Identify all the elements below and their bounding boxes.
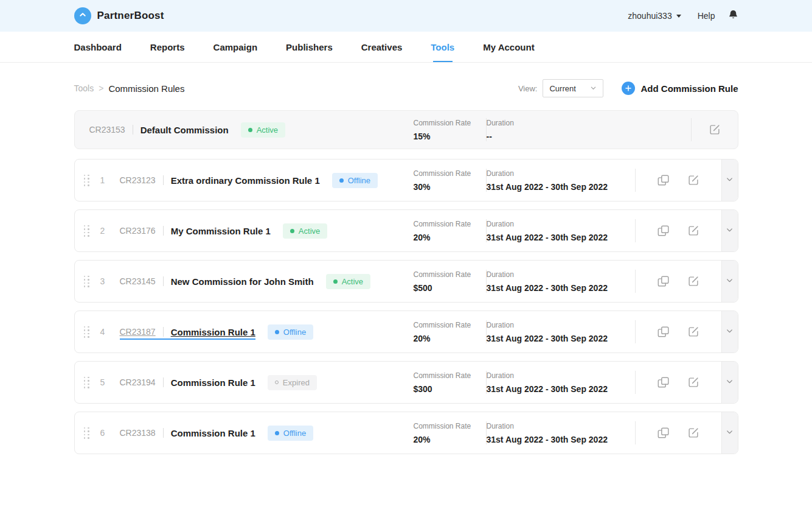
expand-chevron-button[interactable] <box>721 362 738 403</box>
duration-label: Duration <box>487 371 635 380</box>
view-select-value: Current <box>549 84 590 93</box>
edit-button[interactable] <box>687 376 700 389</box>
rule-name-link[interactable]: New Commission for John Smith <box>171 276 314 287</box>
breadcrumb-current: Commission Rules <box>108 83 184 94</box>
commission-rate-label: Commission Rate <box>414 220 486 228</box>
nav-item-reports[interactable]: Reports <box>150 32 185 62</box>
rule-title: CR23123 Extra ordinary Commission Rule 1 <box>120 175 320 186</box>
chevron-down-icon <box>726 427 734 438</box>
rule-title: CR23145 New Commission for John Smith <box>120 276 314 287</box>
copy-button[interactable] <box>657 224 670 237</box>
status-label: Active <box>299 226 320 236</box>
status-badge: Offline <box>268 324 313 340</box>
copy-button[interactable] <box>657 325 670 338</box>
duration-value: 31st Aug 2022 - 30th Sep 2022 <box>487 283 635 293</box>
duration-label: Duration <box>487 119 691 127</box>
rule-name-link[interactable]: Extra ordinary Commission Rule 1 <box>171 175 320 186</box>
drag-handle[interactable] <box>84 225 91 237</box>
commission-rate-value: 15% <box>414 132 486 141</box>
rule-id-link[interactable]: CR23123 <box>120 175 156 185</box>
rule-id-link[interactable]: CR23187 <box>120 327 156 337</box>
duration-label: Duration <box>487 321 635 329</box>
status-badge: Active <box>283 223 327 239</box>
status-badge: Expired <box>268 375 317 390</box>
add-commission-rule-label: Add Commission Rule <box>640 83 738 94</box>
nav-item-label: Dashboard <box>74 42 122 52</box>
status-label: Active <box>257 125 278 135</box>
rule-name-link[interactable]: Commission Rule 1 <box>171 327 255 337</box>
brand-logo[interactable] <box>74 7 91 24</box>
nav-item-dashboard[interactable]: Dashboard <box>74 32 122 62</box>
copy-button[interactable] <box>657 376 670 389</box>
edit-button[interactable] <box>687 426 700 440</box>
rule-id-link[interactable]: CR23194 <box>120 377 156 387</box>
expand-chevron-button[interactable] <box>721 311 738 352</box>
edit-button[interactable] <box>687 174 700 187</box>
rule-name-link[interactable]: Commission Rule 1 <box>171 428 255 438</box>
rule-id-link[interactable]: CR23176 <box>120 226 156 236</box>
view-select[interactable]: Current <box>543 79 603 97</box>
expand-chevron-button[interactable] <box>721 160 738 201</box>
rule-name-link[interactable]: My Commission Rule 1 <box>171 226 271 236</box>
copy-button[interactable] <box>657 174 670 187</box>
rule-name-link[interactable]: Commission Rule 1 <box>171 377 255 388</box>
status-dot-icon <box>275 330 279 334</box>
drag-handle[interactable] <box>84 377 91 388</box>
rule-card: 4 CR23187 Commission Rule 1 Offline Comm… <box>74 310 738 353</box>
rule-card: 1 CR23123 Extra ordinary Commission Rule… <box>74 159 738 202</box>
edit-button[interactable] <box>687 325 700 338</box>
edit-button[interactable] <box>687 275 700 288</box>
commission-rate-value: 20% <box>414 233 486 242</box>
default-commission-card: CR23153 Default Commission Active Commis… <box>74 110 738 149</box>
nav-item-label: Creatives <box>361 42 403 52</box>
nav-item-tools[interactable]: Tools <box>431 32 454 62</box>
notification-bell-button[interactable] <box>728 9 738 23</box>
nav-item-campaign[interactable]: Campaign <box>213 32 258 62</box>
duration-label: Duration <box>487 422 635 430</box>
help-link[interactable]: Help <box>698 11 715 21</box>
drag-handle[interactable] <box>84 276 91 287</box>
nav-item-label: Campaign <box>213 42 258 52</box>
nav-item-my-account[interactable]: My Account <box>483 32 534 62</box>
rule-index: 5 <box>98 377 108 387</box>
chevron-down-icon <box>726 326 734 337</box>
rules-list: 1 CR23123 Extra ordinary Commission Rule… <box>74 159 738 454</box>
expand-chevron-button[interactable] <box>721 210 738 251</box>
status-dot-icon <box>333 279 338 284</box>
status-badge: Offline <box>268 426 313 441</box>
commission-rate-value: 20% <box>414 334 486 343</box>
copy-button[interactable] <box>657 426 670 440</box>
rule-index: 2 <box>98 226 108 236</box>
status-dot-icon <box>275 380 279 384</box>
rule-name[interactable]: Default Commission <box>141 125 229 135</box>
duration-value: -- <box>487 132 691 141</box>
bell-icon <box>728 9 738 23</box>
brand-name: PartnerBoost <box>97 10 164 22</box>
nav-item-publishers[interactable]: Publishers <box>286 32 333 62</box>
edit-button[interactable] <box>687 224 700 237</box>
drag-handle[interactable] <box>84 326 91 338</box>
breadcrumb-parent[interactable]: Tools <box>74 83 94 93</box>
user-menu[interactable]: zhouhui333 <box>628 11 681 21</box>
drag-handle[interactable] <box>84 175 91 186</box>
status-badge: Active <box>326 274 370 289</box>
status-badge: Offline <box>332 173 378 188</box>
status-label: Offline <box>283 328 306 337</box>
rule-id[interactable]: CR23153 <box>89 125 125 135</box>
expand-chevron-button[interactable] <box>721 261 738 302</box>
rule-id-link[interactable]: CR23138 <box>120 428 156 438</box>
commission-rate-label: Commission Rate <box>414 321 486 329</box>
nav-item-creatives[interactable]: Creatives <box>361 32 403 62</box>
commission-rate-value: 30% <box>414 182 486 192</box>
drag-handle[interactable] <box>84 427 91 439</box>
nav-item-label: Tools <box>431 42 454 52</box>
add-commission-rule-button[interactable]: Add Commission Rule <box>622 82 738 95</box>
edit-button[interactable] <box>708 123 721 136</box>
duration-value: 31st Aug 2022 - 30th Sep 2022 <box>487 384 635 394</box>
rule-title: CR23176 My Commission Rule 1 <box>120 226 271 236</box>
rule-title: CR23194 Commission Rule 1 <box>120 377 255 388</box>
expand-chevron-button[interactable] <box>721 412 738 454</box>
status-label: Offline <box>348 176 370 185</box>
rule-id-link[interactable]: CR23145 <box>120 276 156 286</box>
copy-button[interactable] <box>657 275 670 288</box>
